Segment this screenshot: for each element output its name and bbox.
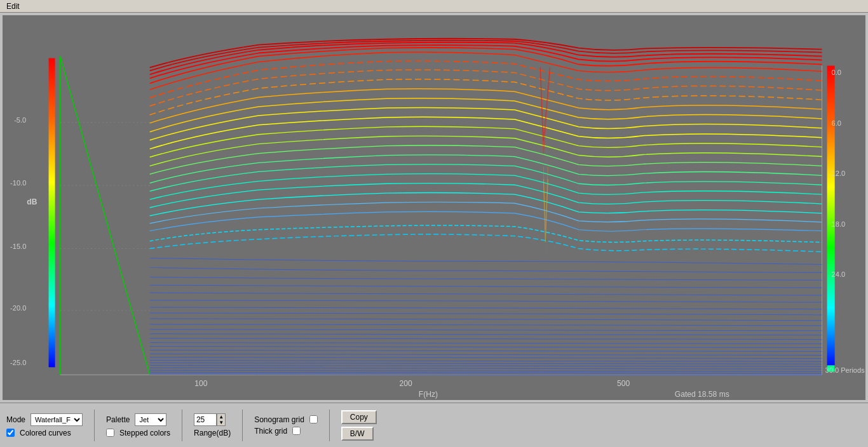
main-content: Burst Decay A R T A [0, 13, 868, 447]
bottom-toolbar: Mode Waterfall_F Waterfall_T Sonogram Co… [0, 403, 868, 447]
stepped-label: Stepped colors [119, 429, 170, 437]
colored-label: Colored curves [20, 429, 71, 437]
svg-rect-7 [49, 58, 55, 368]
svg-text:-25.0: -25.0 [10, 359, 26, 366]
spinbox-arrows: ▲ ▼ [217, 413, 226, 426]
svg-text:500: 500 [617, 379, 630, 388]
sonogram-grid-label: Sonogram grid [254, 415, 304, 424]
colored-checkbox[interactable] [6, 429, 15, 437]
divider-2 [182, 410, 182, 441]
stepped-checkbox[interactable] [106, 429, 114, 437]
sonogram-grid-checkbox[interactable] [309, 415, 318, 424]
svg-text:0.0: 0.0 [832, 69, 841, 76]
divider-4 [329, 410, 330, 441]
bw-button[interactable]: B/W [341, 427, 374, 441]
svg-text:-20.0: -20.0 [10, 304, 26, 312]
spin-down-button[interactable]: ▼ [217, 420, 225, 425]
svg-text:24.0: 24.0 [832, 270, 846, 278]
svg-text:Gated 18.58 ms: Gated 18.58 ms [675, 390, 729, 399]
thick-grid-checkbox[interactable] [292, 427, 301, 435]
svg-text:F(Hz): F(Hz) [419, 390, 438, 399]
chart-svg: dB -5.0 -10.0 -15.0 -20.0 -25.0 0.0 6.0 … [3, 15, 865, 400]
divider-3 [242, 410, 243, 441]
mode-select[interactable]: Waterfall_F Waterfall_T Sonogram [31, 413, 83, 426]
range-input[interactable] [194, 413, 217, 426]
palette-label: Palette [106, 415, 130, 424]
mode-label: Mode [6, 415, 25, 424]
action-section: Copy B/W [341, 410, 377, 441]
grid-section: Sonogram grid Thick grid [254, 415, 318, 436]
chart-container: Burst Decay A R T A [3, 15, 865, 400]
svg-text:-15.0: -15.0 [10, 243, 26, 250]
svg-rect-5 [827, 65, 835, 368]
mode-section: Mode Waterfall_F Waterfall_T Sonogram Co… [6, 413, 83, 437]
svg-text:200: 200 [400, 379, 412, 388]
svg-text:6.0: 6.0 [832, 119, 841, 127]
range-section: ▲ ▼ Range(dB) [194, 413, 231, 437]
svg-text:dB: dB [27, 197, 37, 206]
svg-text:18.0: 18.0 [832, 220, 846, 228]
svg-text:30.0 Periods: 30.0 Periods [825, 366, 865, 374]
menu-edit[interactable]: Edit [3, 2, 24, 11]
divider-1 [94, 410, 95, 441]
svg-text:100: 100 [194, 379, 207, 388]
palette-section: Palette Jet HSV Hot Cool Gray Stepped co… [106, 413, 170, 437]
spin-up-button[interactable]: ▲ [217, 414, 225, 420]
svg-text:-5.0: -5.0 [14, 116, 26, 124]
menu-bar: Edit [0, 0, 868, 13]
range-spinbox: ▲ ▼ [194, 413, 226, 426]
svg-rect-0 [3, 15, 865, 400]
thick-grid-label: Thick grid [254, 427, 287, 436]
palette-select[interactable]: Jet HSV Hot Cool Gray [135, 413, 166, 426]
range-label: Range(dB) [194, 429, 231, 437]
svg-text:-10.0: -10.0 [10, 179, 26, 187]
copy-button[interactable]: Copy [341, 410, 377, 424]
svg-text:12.0: 12.0 [832, 170, 846, 177]
